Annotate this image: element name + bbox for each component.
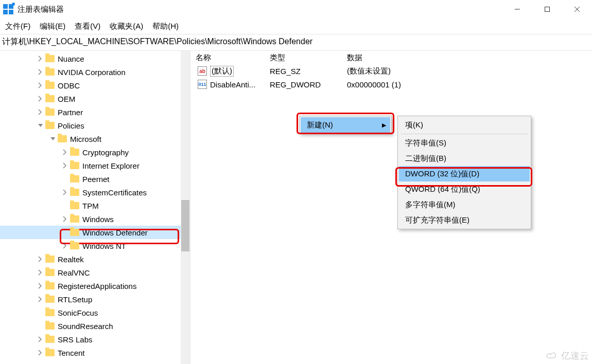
close-button[interactable] <box>562 0 592 19</box>
chevron-right-icon[interactable] <box>37 96 43 102</box>
chevron-right-icon[interactable] <box>37 109 43 115</box>
tree-item[interactable]: Policies <box>0 119 190 132</box>
tree-item[interactable]: TPM <box>0 199 190 212</box>
context-submenu-item-label: 可扩充字符串值(E) <box>405 215 469 225</box>
tree-item-label: Partner <box>58 108 83 117</box>
chevron-down-icon[interactable] <box>49 136 56 142</box>
tree-item-label: Microsoft <box>70 135 101 143</box>
value-type: REG_DWORD <box>270 80 347 89</box>
tree-item[interactable]: Microsoft <box>0 132 190 145</box>
chevron-right-icon[interactable] <box>37 296 43 302</box>
folder-icon <box>45 309 55 316</box>
context-submenu-item[interactable]: 字符串值(S) <box>399 135 530 151</box>
tree-item[interactable]: Internet Explorer <box>0 159 190 172</box>
chevron-right-icon[interactable] <box>62 243 68 249</box>
tree-item[interactable]: Windows Defender <box>0 226 190 239</box>
tree-item[interactable]: SRS Labs <box>0 333 190 346</box>
tree-item-label: RealVNC <box>58 268 90 277</box>
chevron-right-icon[interactable] <box>62 216 68 222</box>
folder-icon <box>45 108 55 116</box>
menu-view[interactable]: 查看(V) <box>73 21 102 32</box>
folder-icon <box>45 296 55 303</box>
chevron-right-icon[interactable] <box>37 69 43 75</box>
tree-item[interactable]: NVIDIA Corporation <box>0 65 190 79</box>
menu-edit[interactable]: 编辑(E) <box>38 21 67 32</box>
col-header-data[interactable]: 数据 <box>347 53 590 63</box>
tree-item[interactable]: Realtek <box>0 252 190 266</box>
context-submenu-item[interactable]: 二进制值(B) <box>399 151 530 166</box>
tree-item[interactable]: Windows <box>0 212 190 226</box>
watermark: 亿速云 <box>545 350 589 362</box>
maximize-button[interactable] <box>532 0 562 19</box>
value-name: DisableAnti... <box>210 80 255 89</box>
string-value-icon: ab <box>198 66 207 76</box>
chevron-right-icon[interactable] <box>37 283 43 289</box>
watermark-text: 亿速云 <box>561 350 589 362</box>
chevron-right-icon[interactable] <box>37 269 43 276</box>
context-submenu-item-label: 二进制值(B) <box>405 154 446 163</box>
tree-item[interactable]: ODBC <box>0 79 190 92</box>
tree-item[interactable]: Tencent <box>0 346 190 359</box>
tree-item-label: Cryptography <box>82 148 129 157</box>
chevron-none-icon <box>62 229 68 235</box>
context-menu-new[interactable]: 新建(N) ▶ <box>301 117 390 133</box>
folder-icon <box>45 55 55 62</box>
tree-scrollbar-thumb[interactable] <box>181 200 189 251</box>
chevron-right-icon[interactable] <box>37 350 43 356</box>
context-submenu-item[interactable]: 项(K) <box>399 117 530 133</box>
tree-item-label: Tencent <box>58 349 85 357</box>
window-title: 注册表编辑器 <box>18 5 64 14</box>
chevron-right-icon[interactable] <box>62 149 68 155</box>
menu-bar: 文件(F) 编辑(E) 查看(V) 收藏夹(A) 帮助(H) <box>0 19 592 34</box>
tree-item-label: TPM <box>82 202 99 210</box>
tree-item[interactable]: RegisteredApplications <box>0 279 190 293</box>
context-menu: 新建(N) ▶ <box>299 116 392 134</box>
folder-icon <box>45 256 55 263</box>
chevron-right-icon[interactable] <box>37 56 43 62</box>
tree-item[interactable]: RTLSetup <box>0 293 190 306</box>
tree-item-label: ODBC <box>58 81 80 90</box>
tree-item[interactable]: RealVNC <box>0 266 190 279</box>
folder-icon <box>45 269 55 276</box>
folder-icon <box>70 202 79 209</box>
menu-file[interactable]: 文件(F) <box>3 21 32 32</box>
folder-icon <box>45 336 55 343</box>
folder-icon <box>70 189 79 196</box>
list-row[interactable]: ab(默认)REG_SZ(数值未设置) <box>193 64 590 78</box>
folder-icon <box>70 149 79 156</box>
tree-item[interactable]: SystemCertificates <box>0 186 190 199</box>
address-bar[interactable]: 计算机\HKEY_LOCAL_MACHINE\SOFTWARE\Policies… <box>0 34 592 50</box>
chevron-right-icon[interactable] <box>37 256 43 262</box>
tree-scrollbar[interactable] <box>181 51 190 364</box>
window-controls <box>502 0 592 19</box>
chevron-right-icon[interactable] <box>37 82 43 88</box>
chevron-right-icon[interactable] <box>62 162 68 169</box>
tree-item-label: RTLSetup <box>58 295 92 304</box>
menu-favorites[interactable]: 收藏夹(A) <box>108 21 145 32</box>
context-submenu-item[interactable]: 多字符串值(M) <box>399 197 530 212</box>
context-submenu-item[interactable]: 可扩充字符串值(E) <box>399 212 530 228</box>
tree-item-label: Internet Explorer <box>82 161 140 170</box>
minimize-button[interactable] <box>502 0 532 19</box>
chevron-right-icon[interactable] <box>37 336 43 342</box>
tree-item[interactable]: Cryptography <box>0 145 190 159</box>
context-submenu-item[interactable]: QWORD (64 位)值(Q) <box>399 181 530 197</box>
chevron-right-icon[interactable] <box>62 189 68 195</box>
tree-item-label: SRS Labs <box>58 335 93 344</box>
col-header-name[interactable]: 名称 <box>193 53 270 63</box>
tree-item[interactable]: Peernet <box>0 172 190 186</box>
context-submenu-item[interactable]: DWORD (32 位)值(D) <box>399 166 530 181</box>
tree-item[interactable]: SonicFocus <box>0 306 190 319</box>
folder-icon <box>45 349 55 356</box>
col-header-type[interactable]: 类型 <box>270 53 347 63</box>
list-row[interactable]: 011DisableAnti...REG_DWORD0x00000001 (1) <box>193 78 590 91</box>
tree-item[interactable]: SoundResearch <box>0 319 190 333</box>
chevron-down-icon[interactable] <box>37 122 43 129</box>
context-submenu-item-label: 多字符串值(M) <box>405 200 456 210</box>
tree-item[interactable]: Windows NT <box>0 239 190 252</box>
tree-item[interactable]: OEM <box>0 92 190 105</box>
tree-item[interactable]: Nuance <box>0 52 190 65</box>
menu-help[interactable]: 帮助(H) <box>150 21 181 32</box>
tree-item[interactable]: Partner <box>0 105 190 119</box>
folder-icon <box>70 242 79 249</box>
